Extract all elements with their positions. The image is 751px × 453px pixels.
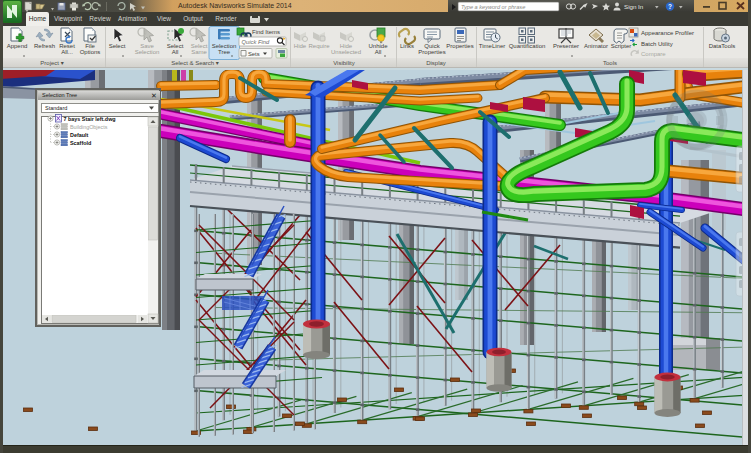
svg-text:Animator: Animator	[584, 43, 608, 49]
svg-text:Links: Links	[400, 43, 414, 49]
svg-text:Scripter: Scripter	[611, 43, 632, 49]
svg-text:Selection: Selection	[212, 43, 237, 49]
svg-text:Reset: Reset	[59, 43, 75, 49]
svg-text:Quantification: Quantification	[509, 43, 546, 49]
svg-text:All: All	[375, 49, 382, 55]
svg-text:BuildingObjects: BuildingObjects	[70, 124, 108, 130]
svg-text:Selection: Selection	[135, 49, 160, 55]
svg-text:File: File	[85, 43, 95, 49]
svg-text:All: All	[172, 49, 179, 55]
svg-text:Hide: Hide	[294, 43, 307, 49]
svg-text:Appearance Profiler: Appearance Profiler	[641, 30, 694, 36]
svg-text:Quick Find: Quick Find	[242, 39, 270, 45]
svg-text:All...: All...	[61, 49, 73, 55]
svg-text:Find Items: Find Items	[252, 29, 280, 35]
svg-text:Sets: Sets	[248, 51, 260, 57]
svg-text:Select: Select	[191, 43, 208, 49]
svg-text:Properties: Properties	[418, 49, 445, 55]
svg-text:Unhide: Unhide	[368, 43, 388, 49]
svg-text:Options: Options	[80, 49, 101, 55]
svg-text:Refresh: Refresh	[34, 43, 55, 49]
svg-text:Batch Utility: Batch Utility	[641, 41, 673, 47]
svg-text:Hide: Hide	[340, 43, 353, 49]
svg-text:Unselected: Unselected	[331, 49, 361, 55]
svg-text:Select: Select	[109, 43, 126, 49]
svg-text:TimeLiner: TimeLiner	[479, 43, 505, 49]
svg-text:Default: Default	[70, 132, 88, 138]
svg-text:Append: Append	[7, 43, 28, 49]
svg-text:7 bays Stair left.dwg: 7 bays Stair left.dwg	[64, 116, 116, 122]
svg-text:Quick: Quick	[424, 43, 440, 49]
svg-text:Compare: Compare	[641, 51, 666, 57]
svg-text:DataTools: DataTools	[709, 43, 736, 49]
svg-text:Properties: Properties	[446, 43, 473, 49]
svg-text:Presenter: Presenter	[553, 43, 579, 49]
svg-text:Scaffold: Scaffold	[70, 140, 91, 146]
svg-text:Tree: Tree	[218, 49, 231, 55]
svg-text:Save: Save	[140, 43, 154, 49]
svg-text:Select: Select	[167, 43, 184, 49]
svg-text:Same: Same	[191, 49, 207, 55]
svg-text:Require: Require	[308, 43, 330, 49]
